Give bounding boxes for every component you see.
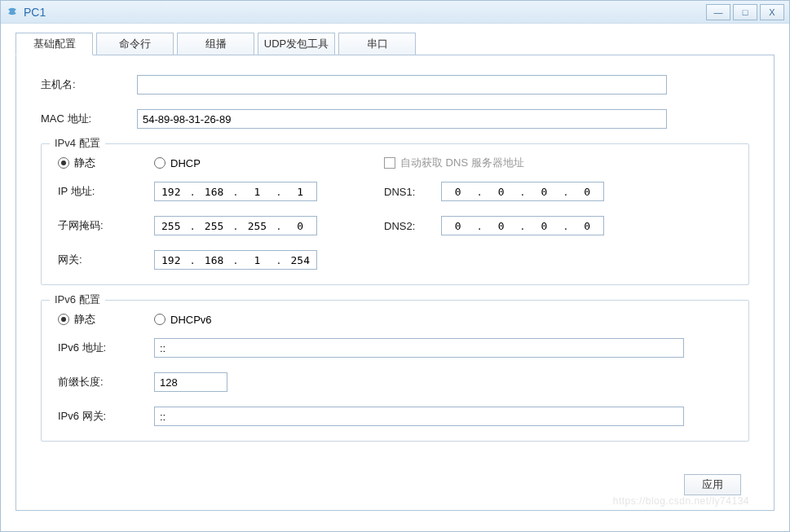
checkbox-icon — [384, 157, 395, 169]
tab-basic[interactable]: 基础配置 — [15, 33, 93, 55]
tab-cmd[interactable]: 命令行 — [96, 33, 174, 55]
window-controls: — □ X — [704, 4, 784, 20]
ipv4-static-label: 静态 — [74, 156, 95, 170]
ipv6-static-label: 静态 — [74, 312, 95, 327]
ipv6-prefix-label: 前缀长度: — [58, 375, 154, 389]
maximize-button[interactable]: □ — [733, 4, 757, 20]
ipv6-fieldset: IPv6 配置 静态 DHCPv6 IPv6 地址: 前 — [41, 300, 749, 442]
mask-octet-2[interactable] — [201, 220, 228, 232]
gw-octet-1[interactable] — [157, 254, 185, 266]
dns2-label: DNS2: — [384, 220, 441, 232]
mask-octet-4[interactable] — [286, 220, 314, 232]
gateway-label: 网关: — [58, 253, 154, 267]
watermark-text: https://blog.csdn.net/ly74134 — [613, 495, 749, 507]
mask-octet-3[interactable] — [243, 220, 271, 232]
dns2-octet-2[interactable] — [488, 220, 515, 232]
ipv4-dhcp-radio[interactable]: DHCP — [154, 157, 384, 169]
ipv4-grid: IP 地址: . . . 子网掩码: . — [58, 182, 732, 273]
gw-octet-2[interactable] — [201, 254, 228, 266]
mac-label: MAC 地址: — [41, 112, 137, 126]
ipv4-fieldset: IPv4 配置 静态 DHCP 自动获取 DNS 服务器地址 — [41, 143, 749, 285]
dns2-input[interactable]: . . . — [441, 216, 604, 235]
ipv6-legend: IPv6 配置 — [50, 292, 105, 307]
ipv4-static-radio[interactable]: 静态 — [58, 156, 154, 170]
ipv6-addr-label: IPv6 地址: — [58, 341, 154, 355]
ipv4-dhcp-label: DHCP — [170, 157, 201, 169]
radio-icon — [154, 157, 166, 169]
ipv6-gw-label: IPv6 网关: — [58, 409, 154, 424]
app-window: PC1 — □ X 基础配置 命令行 组播 UDP发包工具 串口 主机名: MA… — [0, 0, 790, 532]
tab-strip: 基础配置 命令行 组播 UDP发包工具 串口 — [15, 32, 775, 55]
tab-udp[interactable]: UDP发包工具 — [258, 33, 335, 55]
dns1-octet-2[interactable] — [488, 186, 515, 198]
ipv6-prefix-input[interactable] — [154, 372, 227, 392]
auto-dns-checkbox[interactable]: 自动获取 DNS 服务器地址 — [384, 156, 524, 170]
subnet-mask-input[interactable]: . . . — [154, 216, 317, 235]
ip-octet-3[interactable] — [243, 186, 271, 198]
ip-octet-2[interactable] — [201, 186, 228, 198]
apply-button[interactable]: 应用 — [684, 474, 741, 495]
gateway-input[interactable]: . . . — [154, 250, 317, 270]
ipv4-mode-row: 静态 DHCP 自动获取 DNS 服务器地址 — [58, 156, 732, 170]
hostname-row: 主机名: — [41, 75, 749, 95]
dns2-octet-4[interactable] — [573, 220, 601, 232]
titlebar: PC1 — □ X — [1, 1, 789, 24]
mask-octet-1[interactable] — [157, 220, 185, 232]
ip-octet-4[interactable] — [286, 186, 314, 198]
ipv6-gateway-input[interactable] — [154, 407, 684, 426]
ipv6-address-input[interactable] — [154, 338, 684, 358]
ipv4-left-col: IP 地址: . . . 子网掩码: . — [58, 182, 384, 273]
auto-dns-label: 自动获取 DNS 服务器地址 — [400, 156, 524, 170]
ipv4-right-col: DNS1: . . . DNS2: . — [384, 182, 732, 273]
ipv6-static-radio[interactable]: 静态 — [58, 312, 154, 327]
radio-icon — [58, 157, 69, 169]
hostname-input[interactable] — [137, 75, 667, 95]
mac-row: MAC 地址: — [41, 109, 749, 129]
ipv6-dhcp-label: DHCPv6 — [170, 314, 212, 326]
dns2-octet-3[interactable] — [530, 220, 558, 232]
window-title: PC1 — [24, 6, 704, 19]
dns1-octet-3[interactable] — [530, 186, 558, 198]
close-button[interactable]: X — [760, 4, 784, 20]
mask-label: 子网掩码: — [58, 218, 154, 233]
dns1-input[interactable]: . . . — [441, 182, 604, 201]
ipv6-mode-row: 静态 DHCPv6 — [58, 312, 732, 327]
dns1-octet-4[interactable] — [573, 186, 601, 198]
ipv4-legend: IPv4 配置 — [50, 136, 105, 151]
ipv6-dhcp-radio[interactable]: DHCPv6 — [154, 314, 212, 326]
dns1-octet-1[interactable] — [444, 186, 472, 198]
gw-octet-4[interactable] — [286, 254, 314, 266]
tab-serial[interactable]: 串口 — [338, 33, 416, 55]
ip-address-input[interactable]: . . . — [154, 182, 317, 201]
radio-icon — [154, 314, 166, 325]
content-area: 基础配置 命令行 组播 UDP发包工具 串口 主机名: MAC 地址: IPv4… — [1, 24, 789, 531]
radio-icon — [58, 314, 69, 325]
tab-multicast[interactable]: 组播 — [177, 33, 254, 55]
hostname-label: 主机名: — [41, 77, 137, 92]
app-icon — [6, 6, 19, 19]
minimize-button[interactable]: — — [706, 4, 730, 20]
ip-octet-1[interactable] — [157, 186, 185, 198]
basic-panel: 主机名: MAC 地址: IPv4 配置 静态 DHCP — [15, 55, 775, 511]
gw-octet-3[interactable] — [243, 254, 271, 266]
dns2-octet-1[interactable] — [444, 220, 472, 232]
ip-label: IP 地址: — [58, 184, 154, 199]
dns1-label: DNS1: — [384, 186, 441, 198]
mac-input[interactable] — [137, 109, 667, 129]
